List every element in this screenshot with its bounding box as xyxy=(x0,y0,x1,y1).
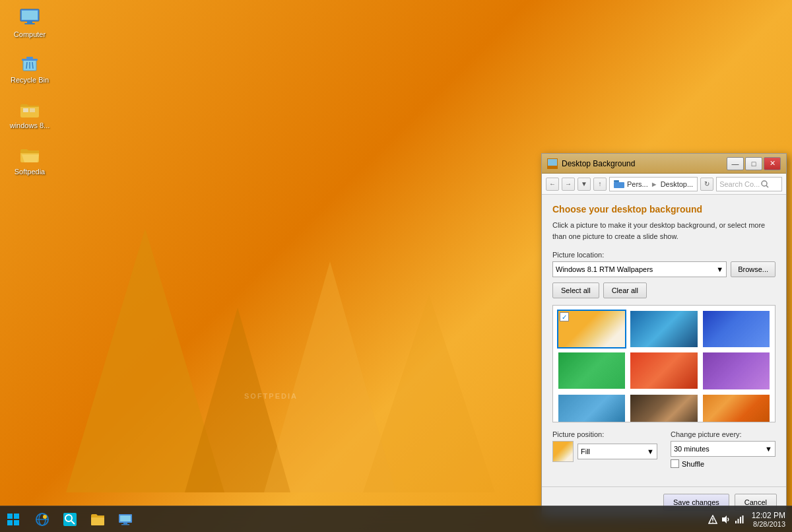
address-bar: ← → ▼ ↑ Pers... ► Desktop... ↻ Search Co… xyxy=(542,174,786,195)
clear-all-button[interactable]: Clear all xyxy=(603,283,647,298)
taskbar-time[interactable]: 12:02 PM 8/28/2013 xyxy=(752,511,785,528)
shuffle-row: Shuffle xyxy=(671,459,776,468)
dropdown-button[interactable]: ▼ xyxy=(578,178,591,191)
wallpaper-checkbox-1[interactable]: ✓ xyxy=(560,312,569,321)
svg-rect-35 xyxy=(120,515,131,521)
wallpaper-item-8[interactable] xyxy=(629,393,698,423)
computer-icon xyxy=(19,7,40,28)
back-button[interactable]: ← xyxy=(546,178,559,191)
wallpaper-preview-3 xyxy=(703,311,770,347)
network-icon xyxy=(735,515,744,524)
svg-rect-24 xyxy=(7,520,13,525)
path-part2: Desktop... xyxy=(661,180,694,188)
picture-location-label: Picture location: xyxy=(552,251,776,259)
start-button[interactable] xyxy=(0,506,26,533)
location-select[interactable]: Windows 8.1 RTM Wallpapers ▼ xyxy=(552,261,727,277)
refresh-button[interactable]: ↻ xyxy=(700,178,713,191)
svg-point-20 xyxy=(762,181,767,186)
search-placeholder: Search Co... xyxy=(719,180,760,188)
close-button[interactable]: ✕ xyxy=(764,157,781,170)
clock-date: 8/28/2013 xyxy=(752,520,785,528)
svg-point-29 xyxy=(43,515,47,519)
wallpaper-item-3[interactable] xyxy=(702,310,771,349)
taskbar: 12:02 PM 8/28/2013 xyxy=(0,506,792,532)
change-every-dropdown-icon: ▼ xyxy=(765,445,772,453)
desktop-background-dialog: Desktop Background — □ ✕ ← → ▼ ↑ Pers...… xyxy=(541,153,787,518)
desktop: SOFTPEDIA Computer Recycle Bin xyxy=(0,0,792,532)
svg-rect-37 xyxy=(121,524,129,525)
svg-rect-25 xyxy=(14,520,19,525)
dialog-title: Desktop Background xyxy=(562,159,727,168)
wallpaper-item-1[interactable]: ✓ xyxy=(557,310,626,349)
change-every-label: Change picture every: xyxy=(671,430,776,438)
wallpaper-item-7[interactable] xyxy=(557,393,626,423)
search-icon xyxy=(761,180,769,188)
maximize-button[interactable]: □ xyxy=(745,157,762,170)
svg-rect-22 xyxy=(7,514,13,519)
search-box[interactable]: Search Co... xyxy=(716,177,782,191)
wallpaper-item-4[interactable] xyxy=(557,351,626,390)
rdp-icon xyxy=(118,512,133,527)
position-select[interactable]: Fill ▼ xyxy=(578,444,657,459)
volume-icon xyxy=(721,515,731,524)
minimize-button[interactable]: — xyxy=(727,157,744,170)
desktop-icon-computer[interactable]: Computer xyxy=(7,7,53,39)
svg-rect-23 xyxy=(14,514,19,519)
taskbar-search[interactable] xyxy=(57,507,83,532)
taskbar-rdp[interactable] xyxy=(112,507,139,532)
shuffle-label: Shuffle xyxy=(682,460,704,468)
clock-time: 12:02 PM xyxy=(752,511,785,520)
wallpaper-preview-4 xyxy=(558,352,625,389)
recycle-bin-label: Recycle Bin xyxy=(11,76,49,84)
svg-rect-1 xyxy=(22,11,38,20)
wallpaper-preview-6 xyxy=(703,352,770,389)
wallpaper-item-2[interactable] xyxy=(629,310,698,349)
wallpaper-preview-2 xyxy=(630,311,697,347)
location-row: Windows 8.1 RTM Wallpapers ▼ Browse... xyxy=(552,261,776,277)
open-folder-icon xyxy=(19,144,40,165)
taskbar-explorer[interactable] xyxy=(84,507,111,532)
forward-button[interactable]: → xyxy=(562,178,575,191)
change-every-select[interactable]: 30 minutes ▼ xyxy=(671,441,776,457)
position-dropdown-icon: ▼ xyxy=(647,448,654,455)
svg-line-9 xyxy=(32,62,33,69)
change-every-value: 30 minutes xyxy=(674,445,710,453)
address-path[interactable]: Pers... ► Desktop... xyxy=(609,177,698,191)
position-preview xyxy=(552,441,574,462)
wallpaper-item-6[interactable] xyxy=(702,351,771,390)
svg-rect-19 xyxy=(614,180,619,182)
wallpaper-grid-container[interactable]: ✓ xyxy=(552,305,776,422)
browse-button[interactable]: Browse... xyxy=(731,261,776,277)
recycle-bin-icon xyxy=(19,52,40,73)
wallpaper-preview-5 xyxy=(630,352,697,389)
wallpaper-item-9[interactable] xyxy=(702,393,771,423)
svg-rect-11 xyxy=(23,108,28,112)
desktop-icons: Computer Recycle Bin windows 8... xyxy=(7,7,53,176)
titlebar: Desktop Background — □ ✕ xyxy=(542,154,786,174)
svg-rect-6 xyxy=(26,57,33,59)
svg-marker-41 xyxy=(722,515,727,523)
notification-icon xyxy=(708,515,717,524)
position-row: Fill ▼ xyxy=(552,441,657,462)
svg-point-40 xyxy=(712,521,713,523)
shuffle-checkbox[interactable] xyxy=(671,459,679,468)
desktop-icon-softpedia[interactable]: Softpedia xyxy=(7,144,53,176)
wallpaper-item-5[interactable] xyxy=(629,351,698,390)
taskbar-sys: 12:02 PM 8/28/2013 xyxy=(703,511,792,528)
svg-rect-12 xyxy=(30,108,35,112)
taskbar-apps xyxy=(29,507,139,532)
bottom-options: Picture position: Fill ▼ Change picture … xyxy=(552,430,776,468)
titlebar-icon xyxy=(547,158,558,169)
svg-rect-3 xyxy=(24,23,35,24)
desktop-icon-windows8[interactable]: windows 8... xyxy=(7,98,53,130)
search-taskbar-icon xyxy=(63,512,77,527)
taskbar-ie[interactable] xyxy=(29,507,55,532)
wallpaper-preview-7 xyxy=(558,395,625,423)
path-part1: Pers... xyxy=(627,180,648,188)
svg-rect-43 xyxy=(737,519,739,523)
svg-rect-17 xyxy=(548,167,557,168)
location-value: Windows 8.1 RTM Wallpapers xyxy=(556,265,653,273)
up-button[interactable]: ↑ xyxy=(593,178,607,191)
select-all-button[interactable]: Select all xyxy=(552,283,599,298)
desktop-icon-recycle[interactable]: Recycle Bin xyxy=(7,52,53,84)
